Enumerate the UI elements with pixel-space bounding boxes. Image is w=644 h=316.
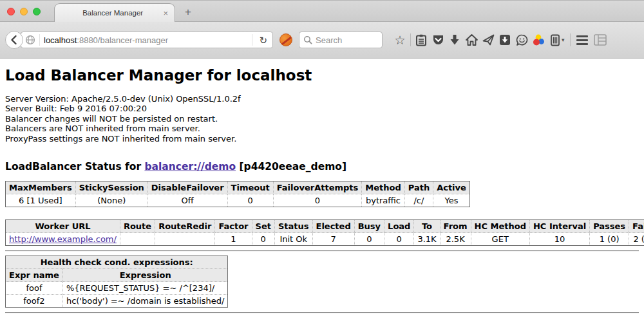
table-cell: 0 [252,233,274,246]
downloads-icon[interactable] [446,32,463,48]
container-glyph [550,34,560,46]
column-header: Load [384,220,414,233]
column-header: Fails [629,220,644,233]
table-cell: 2 (0) [629,233,644,246]
persist-warning-line: Balancer changes will NOT be persisted o… [5,114,639,124]
search-bar[interactable] [299,32,383,48]
home-icon[interactable] [463,32,480,48]
plane-glyph [482,34,495,46]
proxypass-warning-line: ProxyPass settings are NOT inherited fro… [5,134,639,144]
health-table-caption: Health check cond. expressions: [6,256,228,269]
download-arrow-glyph [450,34,460,46]
health-check-table: Health check cond. expressions: Expr nam… [5,256,228,308]
table-cell: 0 [227,194,273,207]
table-cell: GET [471,233,529,246]
server-built-line: Server Built: Feb 9 2016 07:00:20 [5,104,639,113]
loadbalancer-status-heading: LoadBalancer Status for balancer://demo … [5,161,639,172]
menu-icon[interactable] [576,35,588,45]
column-header: Active [433,181,470,194]
minimize-window-button[interactable] [20,8,28,15]
column-header: Set [252,220,274,233]
star-glyph: ☆ [394,34,405,46]
toolbar-separator [410,33,411,46]
url-text[interactable]: localhost:8880/balancer-manager [44,35,248,45]
tab-balancer-manager[interactable]: Balancer Manager × [54,3,175,22]
title-bar: Balancer Manager × + [0,1,644,22]
page-title: Load Balancer Manager for localhost [5,59,639,84]
column-header: Path [404,181,433,194]
column-header: Status [274,220,312,233]
close-window-button[interactable] [7,8,15,15]
sidebars-icon[interactable] [592,32,609,48]
table-row: http://www.example.com/ 10Init Ok7003.1K… [6,233,644,246]
search-input[interactable] [316,35,377,45]
table-cell: bytraffic [362,194,404,207]
square-arrow-glyph [499,34,511,46]
column-header: RouteRedir [155,220,215,233]
table-row: foof%{REQUEST_STATUS} =~ /^[234]/ [6,282,228,295]
column-header: HC Interval [529,220,589,233]
server-version-line: Server Version: Apache/2.5.0-dev (Unix) … [5,94,639,104]
table-cell: 0 [384,233,414,246]
server-info: Server Version: Apache/2.5.0-dev (Unix) … [5,94,639,144]
table-cell: /c/ [404,194,433,207]
bookmark-star-icon[interactable]: ☆ [392,32,408,48]
worker-url-cell: http://www.example.com/ [6,233,120,246]
horizontal-rule [5,312,639,313]
blocked-badge [279,33,292,46]
table-cell: 0 [354,233,384,246]
column-header: HC Method [471,220,529,233]
status-prefix: LoadBalancer Status for [5,161,144,172]
colored-dots-icon[interactable] [530,32,547,48]
column-header: FailoverAttempts [273,181,362,194]
table-cell: 10 [529,233,589,246]
table-cell: (None) [75,194,147,207]
urlbar-separator [39,34,40,46]
column-header: Method [362,181,404,194]
sidebars-glyph [594,34,607,46]
column-header: Factor [215,220,252,233]
column-header: Busy [354,220,384,233]
dots-glyph [533,34,545,46]
table-cell: Off [147,194,227,207]
url-bar[interactable]: localhost:8880/balancer-manager ↻ [21,32,273,48]
balancer-settings-table: MaxMembersStickySessionDisableFailoverTi… [5,181,470,207]
container-dropdown-caret-icon[interactable]: ▾ [562,37,565,43]
inherit-warning-line: Balancers are NOT inherited from main se… [5,124,639,133]
column-header: Elected [312,220,354,233]
column-header: Passes [590,220,629,233]
reload-icon[interactable]: ↻ [256,35,270,45]
url-host: localhost [44,35,77,45]
urlbar-separator [252,34,252,46]
url-path: :8880/balancer-manager [77,35,168,45]
search-icon [303,35,312,44]
table-cell: foof2 [6,295,63,308]
table-cell: 2.5K [440,233,471,246]
column-header: Timeout [227,181,273,194]
table-cell: Init Ok [274,233,312,246]
save-square-icon[interactable] [497,32,513,48]
table-header-row: Worker URLRouteRouteRedirFactorSetStatus… [6,220,644,233]
page-content: Load Balancer Manager for localhost Serv… [0,59,644,316]
balancer-demo-link[interactable]: balancer://demo [144,161,236,172]
send-plane-icon[interactable] [480,32,497,48]
table-row: foof2hc('body') =~ /domain is establishe… [6,295,228,308]
worker-status-table: Worker URLRouteRouteRedirFactorSetStatus… [5,219,644,246]
column-header: DisableFailover [147,181,227,194]
bookmarks-clipboard-icon[interactable] [413,32,430,48]
new-tab-button[interactable]: + [181,6,195,19]
feedback-smiley-icon[interactable] [513,32,530,48]
tab-close-icon[interactable]: × [162,8,169,18]
worker-url-link[interactable]: http://www.example.com/ [9,234,117,244]
toolbar-separator [570,33,571,46]
zoom-window-button[interactable] [33,8,41,15]
table-cell: hc('body') =~ /domain is established/ [62,295,228,308]
column-header: Expr name [6,269,63,282]
pocket-icon[interactable] [430,32,446,48]
column-header: Worker URL [6,220,120,233]
table-cell: 3.1K [414,233,440,246]
content-blocked-icon[interactable] [279,33,292,46]
table-cell [120,233,155,246]
clipboard-glyph [415,34,427,46]
back-button[interactable] [5,31,23,49]
